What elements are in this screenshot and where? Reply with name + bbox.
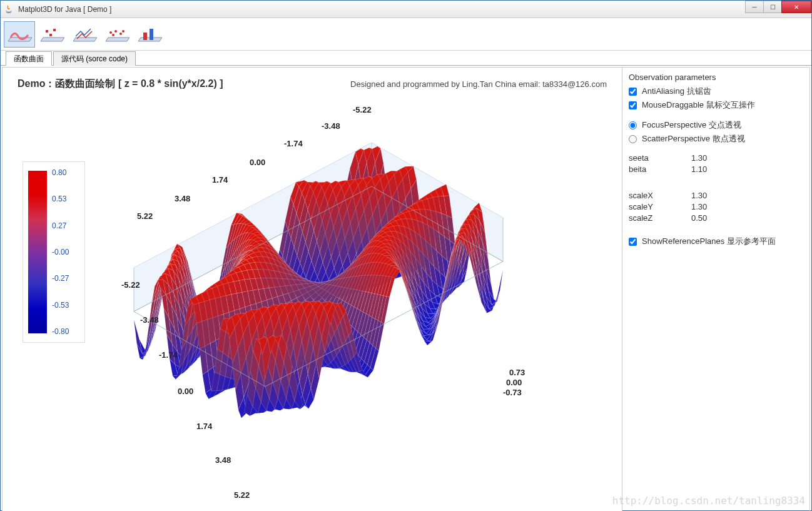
- surface-svg: [96, 99, 609, 511]
- colorbar: 0.80 0.53 0.27 -0.00 -0.27 -0.53 -0.80: [23, 161, 85, 343]
- app-window: Matplot3D for Java [ Demo ] ─ ☐ ✕ 函数曲面 源…: [0, 0, 812, 511]
- svg-rect-8: [143, 33, 147, 40]
- svg-rect-2: [49, 34, 52, 36]
- tab-source-code[interactable]: 源代码 (sorce code): [53, 51, 136, 66]
- param-label: scaleZ: [629, 213, 691, 223]
- axis-tick: 1.74: [212, 175, 228, 185]
- toolbar-surface-button[interactable]: [4, 21, 35, 48]
- angle-params: seeta 1.30 beita 1.10: [629, 153, 803, 174]
- mousedrag-label: MouseDraggable 鼠标交互操作: [642, 99, 755, 111]
- svg-rect-0: [46, 30, 48, 33]
- surface-3d-plot[interactable]: -5.22 -3.48 -1.74 0.00 1.74 3.48 5.22 -5…: [96, 99, 609, 511]
- param-row: scaleY 1.30: [629, 202, 803, 211]
- side-panel: Observation parameters AntiAliasing 抗锯齿 …: [622, 68, 809, 511]
- toolbar: [1, 18, 811, 51]
- axis-tick: 5.22: [234, 490, 250, 500]
- axis-tick: 0.00: [178, 387, 193, 396]
- chart-header: Demo：函数曲面绘制 [ z = 0.8 * sin(y*x/2.2) ] D…: [9, 74, 616, 94]
- svg-point-3: [109, 31, 112, 34]
- bar-3d-icon: [137, 25, 162, 44]
- svg-point-5: [119, 33, 122, 35]
- scatter-perspective-label: ScatterPerspective 散点透视: [642, 133, 745, 144]
- axis-tick: -3.48: [322, 121, 340, 131]
- param-row: beita 1.10: [629, 164, 803, 174]
- param-value: 0.50: [691, 213, 729, 223]
- antialiasing-checkbox[interactable]: AntiAliasing 抗锯齿: [629, 86, 803, 97]
- show-reference-planes-checkbox[interactable]: ShowReferencePlanes 显示参考平面: [629, 236, 803, 247]
- axis-tick: 0.00: [506, 378, 522, 387]
- scatter-cube-icon: [39, 25, 64, 44]
- axis-tick: 0.73: [509, 368, 525, 377]
- toolbar-bar3d-button[interactable]: [134, 21, 165, 48]
- svg-rect-1: [53, 29, 56, 31]
- svg-point-4: [114, 30, 117, 33]
- chart-credit: Designed and programmed by Ling.Tan Chin…: [350, 79, 607, 89]
- axis-tick: -3.48: [140, 315, 159, 325]
- axis-tick: -1.74: [284, 139, 303, 148]
- mousedrag-checkbox[interactable]: MouseDraggable 鼠标交互操作: [629, 99, 803, 111]
- colorbar-tick: -0.27: [52, 274, 69, 283]
- window-title: Matplot3D for Java [ Demo ]: [18, 5, 111, 14]
- axis-tick: 3.48: [215, 455, 231, 465]
- toolbar-scatter-flat-button[interactable]: [101, 21, 133, 48]
- chart-title: Demo：函数曲面绘制 [ z = 0.8 * sin(y*x/2.2) ]: [18, 78, 223, 91]
- axis-tick: 3.48: [175, 194, 190, 203]
- param-value: 1.30: [691, 153, 729, 163]
- param-label: beita: [629, 164, 691, 174]
- surface-wave-icon: [7, 25, 32, 44]
- param-value: 1.30: [691, 191, 729, 200]
- axis-tick: 5.22: [137, 211, 153, 221]
- toolbar-scatter-cube-button[interactable]: [36, 21, 68, 48]
- svg-rect-9: [150, 29, 153, 40]
- focus-perspective-radio[interactable]: FocusPerspective 交点透视: [629, 119, 803, 131]
- java-icon: [4, 4, 14, 14]
- axis-tick: -0.73: [503, 388, 522, 397]
- titlebar[interactable]: Matplot3D for Java [ Demo ] ─ ☐ ✕: [1, 1, 811, 18]
- axis-tick: -1.74: [159, 350, 178, 360]
- show-reference-planes-label: ShowReferencePlanes 显示参考平面: [642, 236, 776, 247]
- param-label: scaleY: [629, 202, 691, 211]
- colorbar-tick: 0.27: [52, 221, 69, 230]
- content-area: Demo：函数曲面绘制 [ z = 0.8 * sin(y*x/2.2) ] D…: [2, 67, 810, 511]
- tab-surface[interactable]: 函数曲面: [6, 51, 52, 66]
- antialiasing-label: AntiAliasing 抗锯齿: [642, 86, 711, 97]
- maximize-button[interactable]: ☐: [763, 1, 782, 13]
- param-row: scaleZ 0.50: [629, 213, 803, 223]
- param-row: scaleX 1.30: [629, 191, 803, 200]
- colorbar-labels: 0.80 0.53 0.27 -0.00 -0.27 -0.53 -0.80: [47, 162, 69, 342]
- show-reference-planes-input[interactable]: [629, 238, 637, 246]
- tab-bar: 函数曲面 源代码 (sorce code): [1, 51, 811, 66]
- svg-point-7: [122, 30, 124, 33]
- param-label: seeta: [629, 153, 691, 163]
- scatter-flat-icon: [104, 25, 129, 44]
- window-buttons: ─ ☐ ✕: [746, 1, 811, 13]
- colorbar-tick: 0.80: [52, 168, 69, 177]
- axis-tick: 1.74: [196, 422, 212, 431]
- line-3d-icon: [72, 25, 97, 44]
- axis-tick: 0.00: [250, 158, 265, 167]
- axis-tick: -5.22: [121, 280, 140, 290]
- scatter-perspective-radio[interactable]: ScatterPerspective 散点透视: [629, 133, 803, 144]
- scale-params: scaleX 1.30 scaleY 1.30 scaleZ 0.50: [629, 191, 803, 223]
- axis-tick: -5.22: [353, 105, 372, 114]
- antialiasing-input[interactable]: [629, 88, 637, 96]
- scatter-perspective-input[interactable]: [629, 135, 637, 143]
- close-button[interactable]: ✕: [781, 1, 811, 13]
- focus-perspective-input[interactable]: [629, 121, 637, 129]
- perspective-radio-group: FocusPerspective 交点透视 ScatterPerspective…: [629, 119, 803, 144]
- param-value: 1.30: [691, 202, 729, 211]
- colorbar-tick: -0.00: [52, 248, 69, 256]
- param-value: 1.10: [691, 164, 729, 174]
- colorbar-tick: -0.53: [52, 301, 69, 310]
- toolbar-line3d-button[interactable]: [69, 21, 100, 48]
- chart-panel[interactable]: Demo：函数曲面绘制 [ z = 0.8 * sin(y*x/2.2) ] D…: [3, 68, 622, 511]
- focus-perspective-label: FocusPerspective 交点透视: [642, 119, 741, 131]
- colorbar-tick: -0.80: [52, 327, 69, 336]
- colorbar-tick: 0.53: [52, 195, 69, 203]
- svg-point-6: [112, 34, 114, 36]
- param-row: seeta 1.30: [629, 153, 803, 163]
- minimize-button[interactable]: ─: [745, 1, 764, 13]
- mousedrag-input[interactable]: [629, 101, 637, 109]
- colorbar-gradient: [28, 171, 47, 333]
- param-label: scaleX: [629, 191, 691, 200]
